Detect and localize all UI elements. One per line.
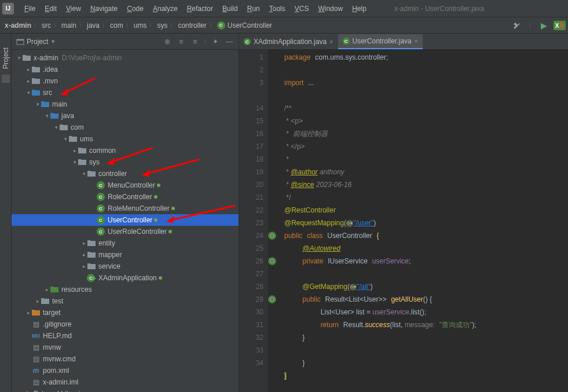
line-number[interactable]: 33 (239, 344, 263, 357)
expand-icon[interactable]: ▸ (25, 78, 31, 84)
crumb-sys[interactable]: sys (157, 21, 167, 30)
crumb-com[interactable]: com (110, 21, 123, 30)
tree-node-rolecontroller[interactable]: CRoleController (12, 191, 239, 203)
spring-bean-icon[interactable]: ⬡ (268, 232, 276, 240)
tree-node-entity[interactable]: ▸entity (12, 237, 239, 249)
line-number[interactable]: 15 (239, 115, 263, 127)
expand-icon[interactable]: ▾ (63, 136, 68, 142)
expand-icon[interactable]: ▸ (25, 310, 31, 316)
crumb-x-admin[interactable]: x-admin (5, 21, 31, 30)
line-number[interactable]: 26 (239, 255, 263, 268)
line-number[interactable]: 31 (239, 318, 263, 331)
line-number[interactable]: 23 (239, 217, 263, 229)
expand-icon[interactable]: ▾ (44, 113, 50, 119)
close-icon[interactable]: × (329, 38, 333, 45)
tree-node-mvnw-cmd[interactable]: ▤mvnw.cmd (12, 353, 239, 365)
menu-navigate[interactable]: Navigate (86, 2, 122, 15)
line-number[interactable]: 29 (239, 293, 263, 306)
hide-icon[interactable]: — (225, 37, 234, 46)
line-number[interactable]: 19 (239, 166, 263, 178)
tree-node-main[interactable]: ▾main (12, 98, 239, 110)
expand-icon[interactable]: ▾ (25, 90, 31, 96)
run-config[interactable]: XA (554, 21, 566, 30)
settings-icon[interactable]: ✦ (211, 37, 220, 46)
tree-node-src[interactable]: ▾src (12, 87, 239, 98)
tree-node-sys[interactable]: ▾sys (12, 156, 239, 168)
menu-refactor[interactable]: Refactor (182, 2, 218, 15)
line-number[interactable]: 16 (239, 127, 263, 140)
project-tab[interactable]: Project (2, 45, 10, 71)
menu-code[interactable]: Code (122, 2, 148, 15)
expand-icon[interactable]: ▾ (81, 171, 87, 177)
tree-node-resources[interactable]: ▸resources (12, 284, 239, 295)
crumb-usercontroller[interactable]: CUserController (217, 21, 272, 30)
tree-node-menucontroller[interactable]: CMenuController (12, 179, 239, 191)
line-number[interactable]: 1 (239, 51, 263, 64)
tree-node-test[interactable]: ▸test (12, 295, 239, 307)
tree-node-java[interactable]: ▾java (12, 110, 239, 122)
tree-node-common[interactable]: ▸common (12, 145, 239, 156)
line-number[interactable]: 21 (239, 191, 263, 204)
project-tree[interactable]: ▾x-adminD:\VueProj\x-admin▸.idea▸.mvn▾sr… (12, 50, 239, 392)
menu-analyze[interactable]: Analyze (148, 2, 182, 15)
crumb-src[interactable]: src (42, 21, 51, 30)
expand-icon[interactable]: ▾ (72, 159, 78, 165)
menu-build[interactable]: Build (218, 2, 243, 15)
menu-edit[interactable]: Edit (40, 2, 61, 15)
expand-icon[interactable]: ▸ (81, 252, 87, 258)
tree-node--idea[interactable]: ▸.idea (12, 64, 239, 75)
crumb-controller[interactable]: controller (178, 21, 206, 30)
tree-node-target[interactable]: ▸target (12, 307, 239, 318)
expand-icon[interactable]: ▸ (44, 287, 50, 292)
tree-node-usercontroller[interactable]: CUserController (12, 214, 239, 226)
tree-node-ums[interactable]: ▾ums (12, 133, 239, 145)
expand-icon[interactable]: ▸ (35, 298, 41, 304)
expand-icon[interactable]: ▸ (81, 240, 87, 246)
expand-icon[interactable]: ▸ (25, 67, 31, 72)
crumb-ums[interactable]: ums (134, 21, 147, 30)
tree-node-rolemenucontroller[interactable]: CRoleMenuController (12, 203, 239, 214)
line-number[interactable] (239, 89, 263, 102)
dropdown-icon[interactable]: ▼ (50, 39, 56, 45)
close-icon[interactable]: × (415, 38, 418, 45)
line-number[interactable]: 2 (239, 64, 263, 76)
menu-vcs[interactable]: VCS (290, 2, 314, 15)
line-number[interactable]: 24 (239, 229, 263, 242)
structure-tab[interactable] (2, 75, 10, 83)
spring-bean-icon[interactable]: ⬡ (268, 257, 276, 265)
tab-usercontroller-java[interactable]: CUserController.java× (338, 34, 423, 49)
code-editor[interactable]: package com.ums.sys.controller; import .… (268, 50, 568, 392)
tree-node-mvnw[interactable]: ▤mvnw (12, 342, 239, 353)
build-icon[interactable] (512, 21, 521, 30)
tree-node-xadminapplication[interactable]: C▶XAdminApplication (12, 272, 239, 284)
expand-icon[interactable]: ▾ (16, 55, 22, 61)
line-number[interactable]: 25 (239, 242, 263, 255)
line-number[interactable]: 18 (239, 153, 263, 166)
line-number[interactable]: 22 (239, 204, 263, 217)
select-opened-icon[interactable]: ⊕ (163, 37, 172, 46)
expand-icon[interactable]: ▸ (72, 148, 78, 153)
tree-node-help-md[interactable]: MDHELP.md (12, 330, 239, 342)
menu-tools[interactable]: Tools (265, 2, 290, 15)
line-number[interactable]: 30 (239, 306, 263, 318)
tree-node--mvn[interactable]: ▸.mvn (12, 75, 239, 87)
line-number[interactable]: 17 (239, 140, 263, 153)
run-icon[interactable]: ▶ (540, 21, 549, 30)
spring-bean-icon[interactable]: ⬡ (268, 295, 276, 303)
gutter[interactable]: ⬡⬡⬡ 123 14151617181920212223242526272829… (239, 50, 268, 392)
menu-file[interactable]: File (20, 2, 40, 15)
collapse-all-icon[interactable]: ≡ (190, 37, 200, 46)
menu-window[interactable]: Window (313, 2, 347, 15)
line-number[interactable]: 27 (239, 268, 263, 280)
expand-icon[interactable]: ▾ (53, 124, 59, 130)
line-number[interactable]: 32 (239, 331, 263, 344)
expand-icon[interactable]: ▸ (81, 263, 87, 269)
line-number[interactable]: 3 (239, 76, 263, 89)
menu-help[interactable]: Help (347, 2, 371, 15)
tree-node-controller[interactable]: ▾controller (12, 168, 239, 179)
tree-node-service[interactable]: ▸service (12, 261, 239, 272)
menu-run[interactable]: Run (243, 2, 265, 15)
expand-all-icon[interactable]: ≡ (177, 37, 186, 46)
tab-xadminapplication-java[interactable]: CXAdminApplication.java× (239, 34, 338, 49)
tree-node-userrolecontroller[interactable]: CUserRoleController (12, 226, 239, 237)
